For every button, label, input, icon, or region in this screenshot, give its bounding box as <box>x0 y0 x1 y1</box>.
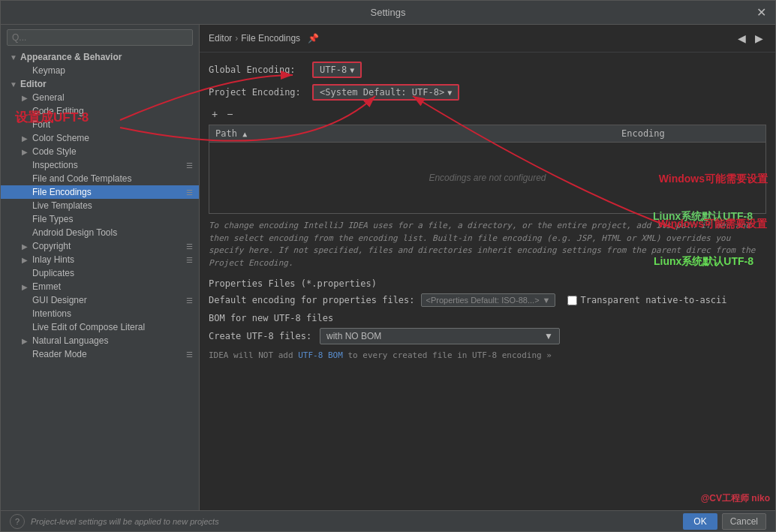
create-utf8-dropdown[interactable]: with NO BOM ▼ <box>320 328 560 344</box>
sidebar-item-label: Reader Mode <box>32 349 87 359</box>
main-panel: Editor › File Encodings 📌 ◀ ▶ Global Enc… <box>200 25 775 510</box>
sidebar-item-label: Natural Languages <box>32 335 108 346</box>
sidebar-item-font[interactable]: Font <box>1 118 199 131</box>
sidebar-item-label: Emmet <box>32 281 61 292</box>
sidebar-item-label: File and Code Templates <box>32 173 132 184</box>
back-button[interactable]: ◀ <box>735 31 749 46</box>
search-input[interactable] <box>7 29 193 46</box>
transparent-checkbox[interactable] <box>567 296 577 305</box>
sidebar-item-code-style[interactable]: ▶ Code Style <box>1 145 199 158</box>
main-content: ▼ Appearance & Behavior Keymap ▼ Editor … <box>1 25 775 510</box>
sidebar-item-label: Code Style <box>32 146 77 157</box>
sidebar-item-live-templates[interactable]: Live Templates <box>1 199 199 212</box>
properties-default-label: Default encoding for properties files: <box>209 295 415 305</box>
bottom-buttons: OK Cancel <box>683 513 766 530</box>
sidebar-badge: ☰ <box>186 256 193 264</box>
help-button[interactable]: ? <box>10 514 25 529</box>
bottom-left: ? Project-level settings will be applied… <box>10 514 219 529</box>
expand-arrow: ▶ <box>22 242 31 251</box>
sidebar-item-label: File Types <box>32 214 73 224</box>
transparent-checkbox-group: Transparent native-to-ascii <box>567 295 730 305</box>
sidebar-item-gui-designer[interactable]: GUI Designer ☰ <box>1 293 199 307</box>
panel-body: Global Encoding: UTF-8 ▼ Project Encodin… <box>200 53 775 510</box>
sidebar-item-color-scheme[interactable]: ▶ Color Scheme <box>1 131 199 145</box>
sidebar-item-label: Editor <box>20 79 47 89</box>
sidebar-item-file-types[interactable]: File Types <box>1 212 199 226</box>
properties-default-value: <Properties Default: ISO-88...> <box>426 296 540 305</box>
remove-encoding-button[interactable]: − <box>224 107 236 122</box>
create-utf8-value: with NO BOM <box>326 331 381 341</box>
description-text: To change encoding IntelliJ IDEA uses fo… <box>209 220 766 269</box>
breadcrumb-editor: Editor <box>209 33 232 44</box>
sidebar-item-label: Inlay Hints <box>32 254 74 265</box>
sidebar-item-duplicates[interactable]: Duplicates <box>1 266 199 280</box>
breadcrumb: Editor › File Encodings 📌 <box>209 33 319 44</box>
global-encoding-value: UTF-8 <box>320 65 347 75</box>
sidebar-item-natural-languages[interactable]: ▶ Natural Languages <box>1 334 199 347</box>
pin-icon: 📌 <box>308 33 319 44</box>
expand-arrow: ▼ <box>10 53 19 62</box>
dropdown-caret: ▼ <box>543 296 551 305</box>
panel-header: Editor › File Encodings 📌 ◀ ▶ <box>200 25 775 53</box>
close-button[interactable]: ✕ <box>756 7 766 19</box>
sidebar-item-editor[interactable]: ▼ Editor <box>1 77 199 91</box>
sidebar-item-copyright[interactable]: ▶ Copyright ☰ <box>1 239 199 253</box>
add-encoding-button[interactable]: + <box>209 107 221 122</box>
sidebar-item-file-code-templates[interactable]: File and Code Templates <box>1 172 199 185</box>
sidebar-item-emmet[interactable]: ▶ Emmet <box>1 280 199 293</box>
properties-default-dropdown[interactable]: <Properties Default: ISO-88...> ▼ <box>421 293 556 307</box>
ok-button[interactable]: OK <box>683 513 717 530</box>
sidebar-item-code-editing[interactable]: Code Editing <box>1 104 199 118</box>
create-utf8-label: Create UTF-8 files: <box>209 331 314 341</box>
global-encoding-dropdown[interactable]: UTF-8 ▼ <box>312 62 362 78</box>
sidebar: ▼ Appearance & Behavior Keymap ▼ Editor … <box>1 25 200 510</box>
expand-arrow: ▶ <box>22 148 31 156</box>
sidebar-item-general[interactable]: ▶ General <box>1 91 199 104</box>
cancel-button[interactable]: Cancel <box>722 513 766 530</box>
sidebar-item-label: Copyright <box>32 241 71 251</box>
sidebar-badge: ☰ <box>186 161 193 170</box>
sidebar-item-label: File Encodings <box>32 187 92 197</box>
sidebar-badge: ☰ <box>186 188 193 197</box>
global-encoding-row: Global Encoding: UTF-8 ▼ <box>209 62 766 78</box>
breadcrumb-sep: › <box>235 33 238 44</box>
sidebar-item-label: General <box>32 92 65 103</box>
sidebar-item-label: Live Edit of Compose Literal <box>32 322 145 332</box>
sidebar-item-live-edit-compose[interactable]: Live Edit of Compose Literal <box>1 320 199 334</box>
sidebar-item-label: Keymap <box>32 65 65 76</box>
bom-section-title: BOM for new UTF-8 files <box>209 313 766 323</box>
sidebar-item-label: GUI Designer <box>32 295 87 305</box>
properties-default-row: Default encoding for properties files: <… <box>209 293 766 307</box>
sidebar-item-label: Inspections <box>32 160 78 170</box>
expand-arrow: ▶ <box>22 134 31 143</box>
sidebar-item-label: Android Design Tools <box>32 227 117 238</box>
breadcrumb-file-encodings: File Encodings <box>241 33 300 44</box>
sidebar-item-keymap[interactable]: Keymap <box>1 64 199 77</box>
expand-arrow: ▶ <box>22 283 31 291</box>
sidebar-item-label: Color Scheme <box>32 133 89 143</box>
sidebar-item-label: Live Templates <box>32 200 92 211</box>
properties-section-title: Properties Files (*.properties) <box>209 278 766 289</box>
project-encoding-value: <System Default: UTF-8> <box>320 87 444 98</box>
bom-blue-text: UTF-8 BOM <box>298 350 343 360</box>
sidebar-item-inspections[interactable]: Inspections ☰ <box>1 158 199 172</box>
settings-window: Settings ✕ ▼ Appearance & Behavior Keyma… <box>0 0 776 532</box>
sidebar-item-reader-mode[interactable]: Reader Mode ☰ <box>1 347 199 361</box>
forward-button[interactable]: ▶ <box>752 31 766 46</box>
dropdown-caret: ▼ <box>350 66 354 74</box>
sidebar-item-file-encodings[interactable]: File Encodings ☰ <box>1 185 199 199</box>
window-title: Settings <box>371 7 406 18</box>
bottom-bar: ? Project-level settings will be applied… <box>1 510 775 531</box>
dropdown-caret: ▼ <box>544 331 553 341</box>
encodings-table: Path ▲ Encoding Encodings are not config… <box>209 125 766 214</box>
search-bar <box>1 25 199 50</box>
sidebar-badge: ☰ <box>186 350 193 359</box>
transparent-label: Transparent native-to-ascii <box>580 295 730 305</box>
sidebar-item-appearance[interactable]: ▼ Appearance & Behavior <box>1 50 199 64</box>
sidebar-item-android-design[interactable]: Android Design Tools <box>1 226 199 239</box>
sidebar-item-label: Appearance & Behavior <box>20 52 122 62</box>
sidebar-badge: ☰ <box>186 296 193 305</box>
sidebar-item-intentions[interactable]: Intentions <box>1 307 199 320</box>
sidebar-item-inlay-hints[interactable]: ▶ Inlay Hints ☰ <box>1 253 199 266</box>
project-encoding-dropdown[interactable]: <System Default: UTF-8> ▼ <box>312 84 459 101</box>
